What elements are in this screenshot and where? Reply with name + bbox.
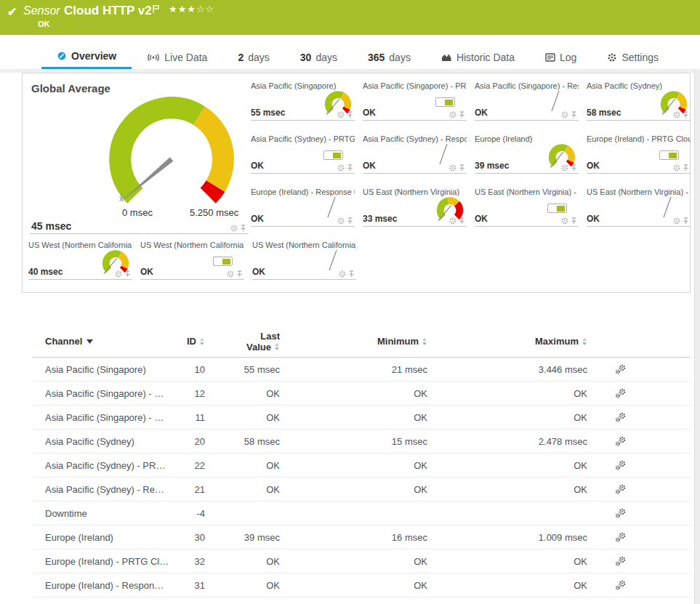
pin-icon[interactable] — [459, 164, 465, 172]
cell-minimum: OK — [280, 412, 427, 423]
channel-gear-icon[interactable] — [227, 270, 234, 278]
cell-minimum: OK — [280, 484, 427, 495]
channel-gear-icon[interactable] — [673, 111, 680, 118]
pin-icon[interactable] — [348, 270, 355, 278]
channel-settings-icon[interactable] — [615, 364, 627, 374]
channel-gear-icon[interactable] — [337, 217, 345, 225]
cell-last-value: 55 msec — [205, 364, 280, 375]
column-header-channel[interactable]: Channel — [45, 336, 183, 347]
pin-icon[interactable] — [459, 217, 465, 225]
channel-gauge-tile[interactable]: Asia Pacific (Sydney) - Respo… OK — [363, 134, 467, 174]
channel-gear-icon[interactable] — [561, 111, 568, 118]
channel-settings-icon[interactable] — [615, 436, 627, 446]
column-header-minimum[interactable]: Minimum — [280, 336, 427, 347]
channel-gauge-tile[interactable]: US West (Northern California)… OK — [252, 241, 356, 280]
cell-channel[interactable]: Asia Pacific (Sydney) - PR… — [45, 460, 183, 471]
flag-icon[interactable] — [153, 3, 159, 16]
channel-gauge-tile[interactable]: US West (Northern California)… OK — [140, 241, 244, 280]
tab-live-data[interactable]: Live Data — [132, 45, 222, 69]
pin-icon[interactable] — [124, 270, 131, 278]
pin-icon[interactable] — [236, 270, 243, 278]
channel-gear-icon[interactable] — [230, 225, 238, 232]
cell-channel[interactable]: Europe (Ireland) - PRTG Cl… — [45, 556, 183, 567]
tab-historic-data[interactable]: Historic Data — [426, 45, 530, 69]
sort-icon — [422, 337, 427, 346]
channel-gear-icon[interactable] — [673, 217, 680, 225]
channel-gauge-tile[interactable]: Asia Pacific (Sydney) - PRTG … OK — [251, 134, 355, 174]
channel-settings-icon[interactable] — [615, 460, 627, 470]
channel-gauge-tile[interactable]: Europe (Ireland) 39 msec — [475, 134, 579, 174]
tab-overview[interactable]: Overview — [41, 45, 132, 69]
channel-gauge-tile[interactable]: Asia Pacific (Singapore) - PR… OK — [363, 81, 467, 121]
pin-icon[interactable] — [683, 217, 689, 225]
channel-settings-icon[interactable] — [615, 580, 627, 590]
tab-2-days[interactable]: 2 days — [222, 45, 284, 69]
tile-title: US East (Northern Virginia) - … — [475, 188, 579, 196]
column-header-maximum[interactable]: Maximum — [427, 336, 587, 347]
channel-gear-icon[interactable] — [449, 111, 456, 118]
channel-gear-icon[interactable] — [339, 270, 346, 278]
channel-gauge-tile[interactable]: Europe (Ireland) - PRTG Cloud… OK — [587, 134, 691, 174]
pin-icon[interactable] — [571, 217, 577, 225]
gauge-max-label: 5.250 msec — [190, 207, 238, 218]
cell-id: 11 — [183, 412, 205, 423]
tab-label: Overview — [71, 50, 116, 62]
channel-gauge-tile[interactable]: US East (Northern Virginia) 33 msec — [363, 188, 467, 227]
pin-icon[interactable] — [459, 111, 465, 118]
pin-icon[interactable] — [571, 111, 577, 118]
channel-gauge-tile[interactable]: US East (Northern Virginia) - … OK — [475, 188, 579, 227]
pin-icon[interactable] — [347, 164, 353, 172]
cell-minimum: 21 msec — [280, 364, 427, 375]
pin-icon[interactable] — [347, 111, 353, 118]
pin-icon[interactable] — [683, 164, 689, 172]
cell-channel[interactable]: Asia Pacific (Sydney) - Re… — [45, 484, 183, 495]
channel-gear-icon[interactable] — [449, 217, 456, 225]
channel-settings-icon[interactable] — [615, 484, 627, 494]
cell-channel[interactable]: Asia Pacific (Singapore) - … — [45, 388, 183, 399]
channel-gear-icon[interactable] — [561, 164, 568, 172]
channel-gear-icon[interactable] — [673, 164, 680, 172]
tab-365-days[interactable]: 365 days — [353, 45, 426, 69]
tile-value: OK — [363, 161, 376, 171]
channel-settings-icon[interactable] — [615, 412, 627, 422]
tab-log[interactable]: Log — [530, 45, 592, 69]
cell-channel[interactable]: Europe (Ireland) - Respon… — [45, 580, 183, 591]
pin-icon[interactable] — [347, 217, 353, 225]
cell-channel[interactable]: Asia Pacific (Singapore) - … — [45, 412, 183, 423]
channel-gauge-tile[interactable]: Asia Pacific (Singapore) 55 msec — [251, 81, 355, 121]
column-header-last-value[interactable]: Last Value — [205, 331, 280, 353]
tab-settings[interactable]: Settings — [592, 45, 674, 69]
channel-settings-icon[interactable] — [615, 508, 627, 518]
pin-icon[interactable] — [240, 225, 246, 232]
gauge-icon — [57, 51, 67, 61]
channel-gauge-tile[interactable]: US East (Northern Virginia) - … OK — [587, 188, 691, 227]
channel-settings-icon[interactable] — [615, 556, 627, 566]
sort-icon — [199, 337, 205, 346]
cell-minimum: 16 msec — [280, 532, 427, 543]
table-row: Europe (Ireland) - PRTG Cl… 32 OK OK OK — [33, 549, 691, 573]
channel-gauge-tile[interactable]: Europe (Ireland) - Response C… OK — [251, 188, 355, 227]
main-gauge-tile[interactable]: Global Average x̄ 0 msec 5.250 msec 45 m… — [30, 79, 248, 234]
cell-id: 12 — [183, 388, 205, 399]
channel-settings-icon[interactable] — [615, 532, 627, 542]
column-header-id[interactable]: ID — [183, 336, 205, 347]
channel-gauge-tile[interactable]: Asia Pacific (Sydney) 58 msec — [587, 81, 691, 121]
pin-icon[interactable] — [571, 164, 577, 172]
sort-icon — [582, 337, 587, 346]
cell-channel[interactable]: Asia Pacific (Singapore) — [45, 364, 183, 375]
cell-channel[interactable]: Downtime — [45, 508, 183, 519]
pin-icon[interactable] — [683, 111, 689, 118]
tile-value: OK — [587, 214, 600, 224]
channel-gear-icon[interactable] — [449, 164, 456, 172]
priority-stars[interactable]: ★★★☆☆ — [169, 4, 214, 15]
cell-channel[interactable]: Europe (Ireland) — [45, 532, 183, 543]
cell-channel[interactable]: Asia Pacific (Sydney) — [45, 436, 183, 447]
channel-gear-icon[interactable] — [115, 270, 122, 278]
channel-gear-icon[interactable] — [337, 111, 345, 118]
tab-30-days[interactable]: 30 days — [285, 45, 353, 69]
channel-gauge-tile[interactable]: Asia Pacific (Singapore) - Res… OK — [475, 81, 579, 121]
channel-settings-icon[interactable] — [615, 388, 627, 398]
channel-gear-icon[interactable] — [337, 164, 345, 172]
channel-gear-icon[interactable] — [561, 217, 568, 225]
channel-gauge-tile[interactable]: US West (Northern California) 40 msec — [28, 241, 132, 280]
